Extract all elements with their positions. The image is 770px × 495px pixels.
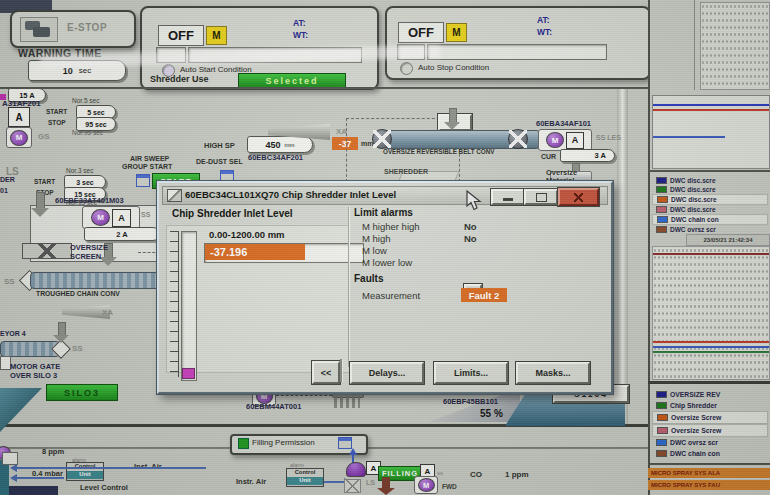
minimize-button[interactable] xyxy=(491,189,525,205)
legend-item-selected[interactable]: Oversize Screw xyxy=(652,424,768,437)
up-arrow-icon xyxy=(349,448,357,455)
control-unit-button[interactable]: Control Unit xyxy=(286,468,324,487)
trend-line xyxy=(653,351,769,353)
valve-box xyxy=(2,452,18,465)
collapse-button[interactable]: << xyxy=(312,361,340,384)
drive-mode-group[interactable]: M A xyxy=(538,129,592,151)
maximize-button[interactable] xyxy=(524,189,558,205)
legend-item-selected[interactable]: DWC chain con xyxy=(652,214,768,225)
m-icon: M xyxy=(546,132,564,148)
ss-mini-label: ss xyxy=(437,470,443,476)
legend-item-selected[interactable]: Oversize Screw xyxy=(652,411,768,424)
legend-item[interactable]: DWC chain con xyxy=(652,448,768,459)
high-sp-unit: mm xyxy=(285,142,295,148)
faceplate-section-title: Chip Shredder Inlet Level xyxy=(172,208,293,219)
drive-mode-group[interactable]: M A xyxy=(82,206,140,229)
series-color-chip xyxy=(656,391,667,398)
trend-chart-top[interactable] xyxy=(700,2,770,90)
alarm-label: M higher high xyxy=(362,221,420,232)
co-value: 8 ppm xyxy=(42,447,64,456)
shredder-use-label: Shredder Use xyxy=(150,74,209,84)
limits-button[interactable]: Limits... xyxy=(434,362,508,384)
auto-mode-box[interactable]: A xyxy=(8,107,30,127)
drum-feeder-icon xyxy=(22,243,72,259)
legend-item[interactable]: DWC ovrsz scr xyxy=(652,437,768,448)
separator-line xyxy=(0,87,648,89)
alarm-row[interactable]: MICRO SPRAY SYS ALA xyxy=(648,468,770,478)
alarm-label: M lower low xyxy=(362,257,412,268)
down-arrow-icon xyxy=(377,488,395,495)
control-label: Control xyxy=(287,469,323,477)
ss-label: SS xyxy=(72,344,83,353)
dialog-divider xyxy=(340,359,342,382)
close-button[interactable] xyxy=(558,188,599,206)
oversize-screen-label: OVERSIZE xyxy=(70,243,108,252)
hmi-screen: E-STOP WARNING TIME 10 sec OFF M AT: WT:… xyxy=(0,0,770,495)
oversize-screen-label2: SCREEN xyxy=(70,252,101,261)
separator-line xyxy=(648,463,770,465)
down-arrow-icon xyxy=(99,257,117,266)
silo3-nav-button[interactable]: SILO3 xyxy=(46,384,118,401)
separator-line xyxy=(694,0,695,90)
level-slider-track[interactable] xyxy=(181,231,197,381)
faceplate-dialog: 60EBC34CL101XQ70 Chip Shredder Inlet Lev… xyxy=(157,181,613,394)
shredder-state-display[interactable]: OFF xyxy=(158,25,204,46)
down-arrow-icon xyxy=(53,335,69,343)
legend-item[interactable]: Chip Shredder xyxy=(652,400,768,411)
high-sp-value: 450 xyxy=(265,140,280,150)
co-label: CO xyxy=(470,470,482,479)
legend-item[interactable]: DWC disc.scre xyxy=(652,185,768,194)
equipment-tag: 60EBM44AT001 xyxy=(246,402,301,411)
air-sweep-label: AIR SWEEP xyxy=(130,155,169,162)
filter-teeth-icon xyxy=(334,396,360,408)
delays-button[interactable]: Delays... xyxy=(350,362,424,384)
m-icon: M xyxy=(91,209,110,226)
trend-timestamp: 23/05/21 21:42:34 xyxy=(686,234,770,246)
manual-mode-indicator[interactable]: M xyxy=(6,127,32,148)
shredder-mode-manual-box[interactable]: M xyxy=(206,26,227,45)
display-link-icon[interactable] xyxy=(136,174,150,187)
legend-item[interactable]: DWC disc.scre xyxy=(652,205,768,214)
ss-label: SS xyxy=(4,277,15,286)
at-label: AT: xyxy=(293,18,306,28)
series-color-chip xyxy=(656,206,667,213)
at-label: AT: xyxy=(537,15,550,25)
high-sp-input[interactable]: 450 mm xyxy=(247,136,313,153)
stop-mode-manual-box[interactable]: M xyxy=(446,23,467,42)
instr-air-label: Instr. Air xyxy=(236,477,266,486)
estop-button[interactable]: E-STOP xyxy=(10,10,136,48)
warning-time-unit: sec xyxy=(79,66,91,75)
valve-actuator-icon[interactable] xyxy=(346,462,366,477)
legend-item-selected[interactable]: DWC disc.scre xyxy=(652,194,768,205)
stop-state-display[interactable]: OFF xyxy=(398,22,444,43)
status-field-long[interactable] xyxy=(427,44,607,60)
trend-chart-b[interactable] xyxy=(652,246,770,380)
belt-conveyor-label: OVERSIZE REVERSIBLE BELT CONV xyxy=(383,148,495,155)
equipment-tag: 60EBA34AF101 xyxy=(536,119,591,128)
alarm-row[interactable]: MICRO SPRAY SYS FAU xyxy=(648,480,770,490)
masks-button[interactable]: Masks... xyxy=(516,362,590,384)
series-color-chip xyxy=(656,186,667,193)
manual-mode-indicator[interactable]: M xyxy=(414,476,438,494)
series-color-chip xyxy=(656,450,667,457)
estop-monitor-icon xyxy=(20,17,58,42)
level-slider-handle[interactable] xyxy=(182,368,195,379)
alarm-value: No xyxy=(464,233,477,244)
separator-line xyxy=(648,381,770,384)
current-value: 3 A xyxy=(560,149,615,162)
estop-label: E-STOP xyxy=(67,22,107,33)
legend-item[interactable]: DWC ovrsz scr xyxy=(652,225,768,234)
xa-label: XA xyxy=(102,308,113,317)
measurement-fault-value: Fault 2 xyxy=(461,288,507,302)
ss-label: SS xyxy=(141,211,150,218)
auto-stop-radio[interactable] xyxy=(400,62,413,75)
control-unit-button[interactable]: Control Unit xyxy=(66,462,104,481)
level-range: 0.00-1200.00 mm xyxy=(209,229,285,240)
wt-label: WT: xyxy=(293,30,308,40)
legend-item[interactable]: OVERSIZE REV xyxy=(652,389,768,400)
legend-item[interactable]: DWC disc.scre xyxy=(652,176,768,185)
mouse-cursor xyxy=(466,190,482,212)
chain-conveyor-graphic[interactable] xyxy=(30,272,160,289)
trend-chart-a[interactable] xyxy=(652,95,770,169)
shredder-use-value: Selected xyxy=(238,73,346,88)
